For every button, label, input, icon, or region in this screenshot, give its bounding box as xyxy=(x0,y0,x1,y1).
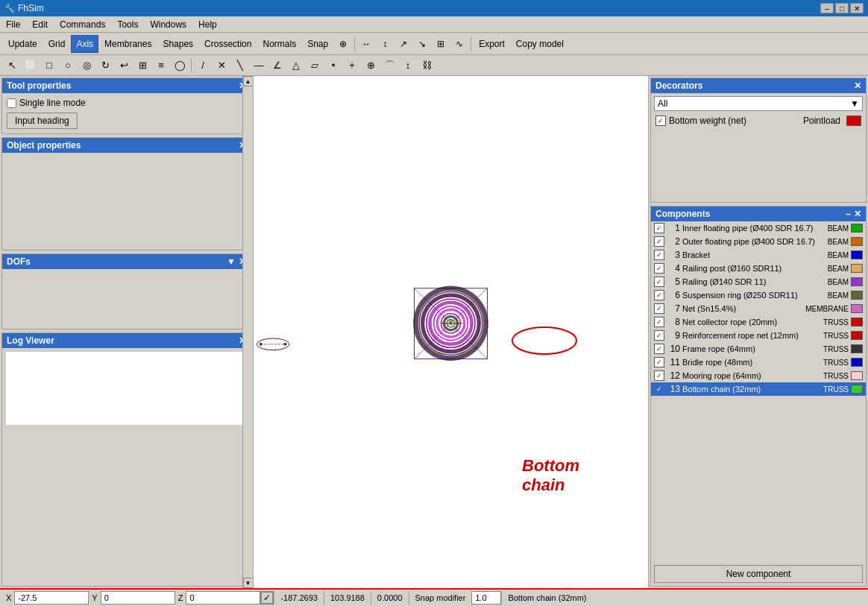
decorator-dropdown[interactable]: All ▼ xyxy=(654,96,863,111)
comp-check-13[interactable]: ✓ xyxy=(654,384,664,394)
tool-select[interactable]: ↖ xyxy=(3,57,21,74)
z-field[interactable] xyxy=(186,591,260,605)
toolbar-icon-4[interactable]: ↘ xyxy=(413,35,431,53)
components-min[interactable]: – xyxy=(846,209,851,219)
comp-row-7[interactable]: ✓ 7 Net (Sn15.4%) MEMBRANE xyxy=(651,302,866,315)
minimize-button[interactable]: – xyxy=(820,3,834,13)
comp-check-2[interactable]: ✓ xyxy=(654,236,664,247)
tool-angle[interactable]: ∠ xyxy=(268,57,286,74)
crossection-button[interactable]: Crossection xyxy=(199,35,257,53)
comp-check-10[interactable]: ✓ xyxy=(654,344,664,354)
scroll-down[interactable]: ▼ xyxy=(243,578,254,588)
comp-row-3[interactable]: ✓ 3 Bracket BEAM xyxy=(651,248,866,262)
tool-ring[interactable]: ◯ xyxy=(171,57,189,74)
maximize-button[interactable]: □ xyxy=(835,3,849,13)
comp-row-8[interactable]: ✓ 8 Net collector rope (20mm) TRUSS xyxy=(651,315,866,329)
title-bar: 🔧 FhSim – □ ✕ xyxy=(0,0,868,16)
comp-check-11[interactable]: ✓ xyxy=(654,357,664,367)
comp-check-1[interactable]: ✓ xyxy=(654,223,664,233)
toolbar-icon-5[interactable]: ⊞ xyxy=(432,35,450,53)
tool-cross[interactable]: ✕ xyxy=(213,57,230,74)
components-close[interactable]: ✕ xyxy=(854,209,861,219)
tool-rect[interactable]: □ xyxy=(40,57,58,74)
toolbar-icon-3[interactable]: ↗ xyxy=(394,35,412,53)
tool-measure[interactable]: ↕ xyxy=(399,57,417,74)
toolbar-icon-1[interactable]: ↔ xyxy=(357,35,375,53)
new-component-button[interactable]: New component xyxy=(654,565,863,583)
comp-row-6[interactable]: ✓ 6 Suspension ring (Ø250 SDR11) BEAM xyxy=(651,288,866,302)
comp-row-5[interactable]: ✓ 5 Railing (Ø140 SDR 11) BEAM xyxy=(651,275,866,288)
main-canvas[interactable] xyxy=(254,76,648,588)
menu-windows[interactable]: Windows xyxy=(144,18,192,31)
tool-line[interactable]: / xyxy=(194,57,212,74)
comp-check-9[interactable]: ✓ xyxy=(654,330,664,341)
tool-undo[interactable]: ↩ xyxy=(115,57,133,74)
icon-sep xyxy=(191,58,192,73)
comp-check-5[interactable]: ✓ xyxy=(654,277,664,287)
snap-input[interactable] xyxy=(472,592,499,604)
comp-row-11[interactable]: ✓ 11 Bridle rope (48mm) TRUSS xyxy=(651,356,866,369)
menu-help[interactable]: Help xyxy=(192,18,223,31)
close-button[interactable]: ✕ xyxy=(850,3,864,13)
comp-row-1[interactable]: ✓ 1 Inner floating pipe (Ø400 SDR 16.7) … xyxy=(651,221,866,235)
toolbar-icon-2[interactable]: ↕ xyxy=(376,35,394,53)
grid-button[interactable]: Grid xyxy=(43,35,71,53)
menu-edit[interactable]: Edit xyxy=(26,18,54,31)
axis-button[interactable]: Axis xyxy=(71,35,98,53)
comp-row-2[interactable]: ✓ 2 Outer floating pipe (Ø400 SDR 16.7) … xyxy=(651,235,866,248)
tool-node[interactable]: • xyxy=(324,57,342,74)
toolbar-icon-6[interactable]: ∿ xyxy=(450,35,468,53)
tool-chain[interactable]: ⛓ xyxy=(418,57,435,74)
comp-row-12[interactable]: ✓ 12 Mooring rope (64mm) TRUSS xyxy=(651,369,866,382)
status-confirm[interactable]: ✓ xyxy=(260,591,274,605)
canvas-area[interactable]: Bottomchain xyxy=(254,76,648,588)
comp-row-13[interactable]: ✓ 13 Bottom chain (32mm) TRUSS xyxy=(651,382,866,396)
svg-point-20 xyxy=(450,320,453,323)
menu-commands[interactable]: Commands xyxy=(54,18,111,31)
tool-circle[interactable]: ○ xyxy=(59,57,77,74)
membranes-button[interactable]: Membranes xyxy=(99,35,157,53)
decorator-type-0: Pointload xyxy=(803,116,840,126)
x-field[interactable] xyxy=(14,591,89,605)
tool-cursor[interactable]: ⬜ xyxy=(22,57,40,74)
comp-check-12[interactable]: ✓ xyxy=(654,370,664,381)
tool-oval[interactable]: ◎ xyxy=(78,57,95,74)
comp-name-4: Railing post (Ø160 SDR11) xyxy=(682,264,824,273)
comp-row-4[interactable]: ✓ 4 Railing post (Ø160 SDR11) BEAM xyxy=(651,262,866,275)
comp-check-7[interactable]: ✓ xyxy=(654,303,664,314)
comp-check-4[interactable]: ✓ xyxy=(654,263,664,274)
scroll-up[interactable]: ▲ xyxy=(243,76,254,86)
tool-tri[interactable]: △ xyxy=(287,57,305,74)
snap-icon-button[interactable]: ⊕ xyxy=(334,35,352,53)
y-field[interactable] xyxy=(101,591,175,605)
tool-horiz[interactable]: — xyxy=(250,57,268,74)
tool-grid2[interactable]: ⊞ xyxy=(133,57,151,74)
input-heading-button[interactable]: Input heading xyxy=(7,113,78,129)
export-button[interactable]: Export xyxy=(474,35,510,53)
decorators-close[interactable]: ✕ xyxy=(854,81,861,91)
normals-button[interactable]: Normals xyxy=(257,35,301,53)
tool-trap[interactable]: ▱ xyxy=(306,57,324,74)
comp-row-9[interactable]: ✓ 9 Reinforcement rope net (12mm) TRUSS xyxy=(651,329,866,342)
comp-check-6[interactable]: ✓ xyxy=(654,290,664,300)
comp-row-10[interactable]: ✓ 10 Frame rope (64mm) TRUSS xyxy=(651,342,866,356)
shapes-button[interactable]: Shapes xyxy=(157,35,198,53)
single-line-checkbox[interactable] xyxy=(7,98,16,108)
copy-model-button[interactable]: Copy model xyxy=(511,35,569,53)
snap-button[interactable]: Snap xyxy=(302,35,333,53)
tool-diag[interactable]: ╲ xyxy=(231,57,249,74)
menu-file[interactable]: File xyxy=(0,18,26,31)
update-button[interactable]: Update xyxy=(3,35,43,53)
menu-tools[interactable]: Tools xyxy=(111,18,144,31)
comp-check-8[interactable]: ✓ xyxy=(654,317,664,327)
decorator-check-0[interactable]: ✓ xyxy=(655,116,666,126)
tool-rotate[interactable]: ↻ xyxy=(96,57,114,74)
tool-snap2[interactable]: ⊕ xyxy=(362,57,380,74)
tool-bar[interactable]: ≡ xyxy=(152,57,170,74)
tool-plus[interactable]: + xyxy=(343,57,361,74)
tool-arc[interactable]: ⌒ xyxy=(380,57,398,74)
dofs-dropdown[interactable]: ▼ xyxy=(227,256,236,267)
main-area: Tool properties ✕ Single line mode Input… xyxy=(0,76,868,588)
comp-check-3[interactable]: ✓ xyxy=(654,250,664,260)
snap-field[interactable] xyxy=(471,591,501,605)
